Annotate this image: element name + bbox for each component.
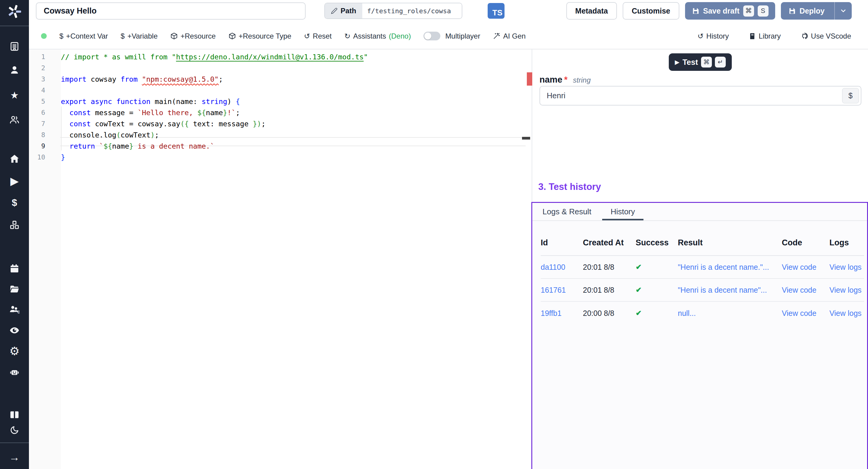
resources-boxes-icon[interactable] bbox=[0, 218, 29, 231]
test-history-panel: Logs & Result History IdCreated AtSucces… bbox=[531, 202, 868, 469]
job-id-link[interactable]: da1100 bbox=[541, 263, 583, 272]
view-logs-link[interactable]: View logs bbox=[830, 263, 864, 272]
reset-button[interactable]: ↺ Reset bbox=[304, 32, 332, 40]
line-number: 9 bbox=[29, 142, 45, 150]
line-number: 4 bbox=[29, 87, 45, 94]
edit-path-button[interactable]: Path bbox=[325, 3, 362, 19]
docs-book-icon[interactable] bbox=[0, 408, 29, 421]
cmd-key-badge: ⌘ bbox=[743, 5, 754, 17]
workspace-building-icon[interactable] bbox=[0, 40, 29, 53]
user-icon[interactable] bbox=[0, 64, 29, 77]
schedules-calendar-icon[interactable] bbox=[0, 262, 29, 275]
wand-sparkles-icon bbox=[493, 32, 500, 40]
column-header: Success bbox=[636, 238, 678, 247]
book-icon bbox=[749, 33, 756, 40]
line-number: 3 bbox=[29, 75, 45, 83]
save-floppy-icon bbox=[692, 7, 700, 15]
refresh-icon: ↻ bbox=[344, 32, 350, 40]
history-table: IdCreated AtSuccessResultCodeLogs da1100… bbox=[532, 221, 867, 324]
deploy-dropdown-button[interactable] bbox=[834, 2, 852, 20]
view-code-link[interactable]: View code bbox=[782, 286, 830, 294]
test-panel: ▶ Test ⌘ ↵ name * string $ 3. Test histo… bbox=[532, 50, 868, 469]
history-row: da110020:01 8/8✔"Henri is a decent name.… bbox=[541, 256, 864, 279]
settings-gear-icon[interactable]: ⚙ bbox=[0, 345, 29, 358]
line-number: 10 bbox=[29, 153, 45, 161]
line-number: 7 bbox=[29, 120, 45, 127]
cmd-key-badge: ⌘ bbox=[701, 57, 712, 67]
typescript-badge: TS bbox=[488, 3, 504, 19]
audit-eye-icon[interactable] bbox=[0, 324, 29, 337]
history-icon: ↺ bbox=[698, 32, 704, 40]
add-resource-type-button[interactable]: +Resource Type bbox=[228, 32, 291, 40]
result-link[interactable]: "Henri is a decent name."... bbox=[678, 263, 782, 272]
ai-gen-button[interactable]: AI Gen bbox=[493, 32, 526, 40]
use-vscode-button[interactable]: Use VScode bbox=[801, 32, 851, 40]
assistants-button[interactable]: ↻ Assistants (Deno) bbox=[344, 32, 411, 40]
test-button[interactable]: ▶ Test ⌘ ↵ bbox=[669, 53, 732, 71]
column-header: Result bbox=[678, 238, 782, 247]
view-logs-link[interactable]: View logs bbox=[830, 286, 864, 294]
script-title-input[interactable] bbox=[36, 2, 306, 20]
multiplayer-toggle[interactable] bbox=[424, 32, 440, 40]
collapse-arrow-right-icon[interactable]: → bbox=[0, 450, 29, 464]
result-tabs: Logs & Result History bbox=[532, 203, 867, 221]
tab-history[interactable]: History bbox=[611, 203, 635, 220]
path-input[interactable] bbox=[362, 3, 462, 19]
add-variable-button[interactable]: $ +Variable bbox=[121, 32, 158, 40]
chevron-down-icon bbox=[840, 7, 847, 14]
pencil-icon bbox=[331, 7, 338, 14]
line-number: 1 bbox=[29, 53, 45, 61]
play-icon: ▶ bbox=[675, 59, 679, 66]
assistants-lang-label: (Deno) bbox=[389, 32, 411, 40]
multiplayer-label: Multiplayer bbox=[445, 32, 480, 40]
deploy-button[interactable]: Deploy bbox=[781, 2, 831, 20]
code-line: 9 return `${name} is a decent name.` bbox=[29, 140, 532, 152]
code-editor[interactable]: 1// import * as wmill from "https://deno… bbox=[29, 50, 532, 469]
tab-logs-result[interactable]: Logs & Result bbox=[542, 203, 591, 220]
customise-button[interactable]: Customise bbox=[623, 2, 679, 20]
path-group: Path bbox=[324, 3, 462, 19]
favorites-star-icon[interactable]: ★ bbox=[0, 89, 29, 102]
view-logs-link[interactable]: View logs bbox=[830, 309, 864, 318]
name-argument-input[interactable] bbox=[539, 86, 861, 105]
github-icon bbox=[801, 32, 808, 40]
history-button[interactable]: ↺ History bbox=[698, 32, 729, 40]
package-icon bbox=[170, 32, 178, 40]
save-draft-button[interactable]: Save draft ⌘ S bbox=[685, 2, 775, 20]
ai-robot-icon[interactable] bbox=[0, 365, 29, 379]
dollar-icon: $ bbox=[121, 32, 124, 40]
dollar-icon: $ bbox=[59, 32, 63, 40]
library-button[interactable]: Library bbox=[749, 32, 781, 40]
result-link[interactable]: null... bbox=[678, 309, 782, 318]
svg-text:⚙: ⚙ bbox=[17, 310, 20, 314]
editor-toolbar: $ +Context Var $ +Variable +Resource +Re… bbox=[29, 23, 868, 50]
metadata-button[interactable]: Metadata bbox=[566, 2, 617, 20]
insert-variable-button[interactable]: $ bbox=[842, 88, 859, 103]
overview-ruler-error-mark bbox=[527, 72, 532, 86]
sidebar-divider bbox=[0, 26, 29, 26]
enter-key-badge: ↵ bbox=[715, 57, 726, 67]
overview-ruler-cursor-mark bbox=[522, 137, 530, 139]
job-id-link[interactable]: 161761 bbox=[541, 286, 583, 294]
result-link[interactable]: "Henri is a decent name"... bbox=[678, 286, 782, 294]
code-line: 6 const message = `Hello there, ${name}!… bbox=[29, 107, 532, 118]
view-code-link[interactable]: View code bbox=[782, 309, 830, 318]
code-line: 10} bbox=[29, 152, 532, 163]
folders-icon[interactable] bbox=[0, 282, 29, 296]
job-id-link[interactable]: 19ffb1 bbox=[541, 309, 583, 318]
add-context-var-button[interactable]: $ +Context Var bbox=[59, 32, 108, 40]
column-header: Created At bbox=[583, 238, 636, 247]
dark-mode-moon-icon[interactable] bbox=[0, 424, 29, 437]
reset-icon: ↺ bbox=[304, 32, 310, 40]
view-code-link[interactable]: View code bbox=[782, 263, 830, 272]
variables-dollar-icon[interactable]: $ bbox=[0, 196, 29, 209]
runs-play-icon[interactable]: ▶ bbox=[0, 175, 29, 188]
required-asterisk: * bbox=[564, 75, 567, 85]
workers-users-gear-icon[interactable]: ⚙ bbox=[0, 303, 29, 316]
windmill-logo-icon[interactable] bbox=[7, 4, 22, 19]
package-icon bbox=[228, 32, 236, 40]
add-resource-button[interactable]: +Resource bbox=[170, 32, 216, 40]
groups-users-icon[interactable] bbox=[0, 113, 29, 126]
home-icon[interactable] bbox=[0, 152, 29, 165]
code-line: 1// import * as wmill from "https://deno… bbox=[29, 51, 532, 62]
